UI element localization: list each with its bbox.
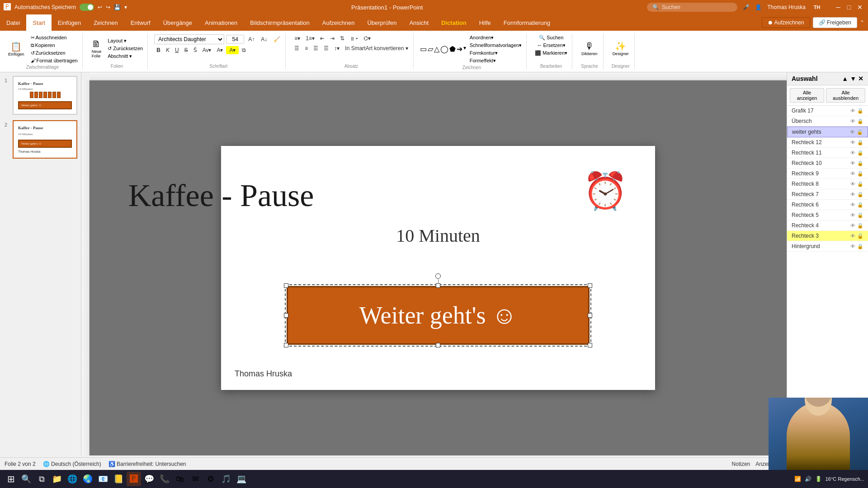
decrease-font-btn[interactable]: A↓ (259, 35, 269, 43)
layer-item-5[interactable]: Rechteck 10 👁 🔒 (787, 158, 868, 169)
shape-4[interactable]: ◯ (440, 45, 448, 53)
handle-bc[interactable] (436, 343, 440, 347)
visibility-icon-4[interactable]: 👁 (850, 150, 855, 156)
record-button[interactable]: ⏺ Aufzeichnen (762, 17, 810, 28)
paste-button[interactable]: 📋 Einfügen (5, 40, 27, 57)
char-spacing-btn[interactable]: Av▾ (200, 46, 214, 54)
store-icon[interactable]: 🛍 (173, 472, 187, 486)
rotate-handle[interactable] (435, 273, 441, 279)
lock-icon-2[interactable]: 🔒 (857, 129, 863, 135)
reset-button[interactable]: ↺ Zurücksetzen (29, 50, 80, 56)
numbering-btn[interactable]: 1≡▾ (303, 34, 317, 42)
tab-datei[interactable]: Datei (0, 14, 26, 31)
collapse-ribbon-icon[interactable]: ⌃ (860, 19, 864, 26)
show-all-button[interactable]: Alle anzeigen (790, 88, 824, 103)
notes-btn[interactable]: Notizen (732, 461, 750, 467)
tab-zeichnen[interactable]: Zeichnen (87, 14, 124, 31)
visibility-icon-7[interactable]: 👁 (850, 181, 855, 187)
music-icon[interactable]: 🎵 (219, 472, 233, 486)
decrease-indent-btn[interactable]: ⇤ (318, 34, 327, 42)
visibility-icon-3[interactable]: 👁 (850, 140, 855, 145)
tab-animationen[interactable]: Animationen (198, 14, 244, 31)
markieren-btn[interactable]: ⬛ Markieren▾ (533, 50, 569, 56)
wifi-icon[interactable]: 📶 (794, 476, 801, 482)
outlook-icon[interactable]: 📧 (96, 472, 110, 486)
underline-btn[interactable]: U (173, 46, 181, 54)
dictation-icon[interactable]: 🎤 (743, 4, 750, 10)
minimize-btn[interactable]: ─ (834, 3, 843, 12)
shapes-more-btn[interactable]: ▾ (463, 45, 466, 53)
smartart-btn[interactable]: In SmartArt konvertieren ▾ (343, 44, 410, 52)
shape-3[interactable]: △ (434, 45, 439, 53)
orange-box-container[interactable]: Weiter geht's ☺ (287, 286, 590, 345)
handle-tc[interactable] (436, 283, 440, 288)
autosave-toggle[interactable] (80, 4, 94, 11)
volume-icon[interactable]: 🔊 (805, 476, 811, 482)
suchen-btn[interactable]: 🔍 Suchen (537, 34, 565, 41)
search-taskbar-icon[interactable]: 🔍 (19, 472, 33, 486)
tab-formformatierung[interactable]: Formformatierung (497, 14, 557, 31)
powerpoint-taskbar-icon[interactable]: 🅿 (127, 472, 141, 486)
handle-tr[interactable] (588, 283, 592, 288)
lock-icon-0[interactable]: 🔒 (857, 108, 863, 114)
taskview-icon[interactable]: ⧉ (34, 472, 49, 486)
lock-icon-4[interactable]: 🔒 (857, 150, 863, 156)
handle-bl[interactable] (284, 343, 288, 347)
columns-btn[interactable]: ⫼▾ (348, 34, 360, 42)
maximize-btn[interactable]: □ (844, 3, 854, 12)
schnellformatvorlage-btn[interactable]: Schnellformatvorlagen▾ (468, 42, 524, 49)
visibility-icon-12[interactable]: 👁 (850, 233, 855, 239)
cut-button[interactable]: ✂ Ausschneiden (29, 34, 80, 41)
slide-thumbnail-2[interactable]: Kaffee - Pause 10 Minuten Weiter geht's … (13, 120, 77, 159)
font-color-btn[interactable]: A▾ (214, 46, 225, 54)
handle-ml[interactable] (284, 313, 288, 318)
share-button[interactable]: 🔗 Freigeben (813, 17, 857, 28)
layer-item-11[interactable]: Rechteck 4 👁 🔒 (787, 221, 868, 231)
sort-up-icon[interactable]: ▲ (842, 75, 848, 82)
layer-item-9[interactable]: Rechteck 6 👁 🔒 (787, 200, 868, 210)
teams-icon[interactable]: 💬 (142, 472, 156, 486)
sort-down-icon[interactable]: ▼ (850, 75, 856, 82)
strikethrough-btn[interactable]: S (182, 46, 190, 54)
share-icon[interactable]: 👤 (755, 4, 762, 10)
visibility-icon-5[interactable]: 👁 (850, 160, 855, 166)
tab-einfuegen[interactable]: Einfügen (52, 14, 87, 31)
slide-author[interactable]: Thomas Hruska (235, 369, 292, 379)
anordnen-btn[interactable]: Anordnen▾ (468, 34, 524, 41)
visibility-icon-1[interactable]: 👁 (850, 118, 855, 124)
visibility-icon-6[interactable]: 👁 (850, 171, 855, 177)
settings-icon[interactable]: ⚙ (203, 472, 218, 486)
tab-aufzeichnen[interactable]: Aufzeichnen (316, 14, 361, 31)
handle-tl[interactable] (284, 283, 288, 288)
zurücksetzen-button[interactable]: ↺ Zurücksetzen (106, 45, 145, 52)
lock-icon-12[interactable]: 🔒 (857, 233, 863, 239)
copy-button[interactable]: ⧉ Kopieren (29, 42, 80, 49)
highlight-btn[interactable]: A▾ (226, 46, 239, 54)
undo-icon[interactable]: ↩ (98, 4, 102, 10)
redo-icon[interactable]: ↪ (106, 4, 110, 10)
clear-format-btn[interactable]: 🧹 (271, 35, 283, 43)
layer-item-10[interactable]: Rechteck 5 👁 🔒 (787, 210, 868, 221)
tab-entwurf[interactable]: Entwurf (124, 14, 157, 31)
layer-item-1[interactable]: Übersch 👁 🔒 (787, 116, 868, 127)
text-direction-btn[interactable]: ⇅ (338, 34, 347, 42)
justify-btn[interactable]: ☰ (321, 44, 331, 52)
slide-canvas[interactable]: Kaffee - Pause 10 Minuten ⏰ (90, 80, 787, 455)
skype-icon[interactable]: 📞 (157, 472, 172, 486)
tab-dictation[interactable]: Dictation (435, 14, 473, 31)
lock-icon-3[interactable]: 🔒 (857, 140, 863, 145)
slide-thumbnail-1[interactable]: Kaffee - Pause 10 Minuten Weiter geht's … (13, 76, 77, 115)
visibility-icon-0[interactable]: 👁 (850, 108, 855, 114)
layer-item-3[interactable]: Rechteck 12 👁 🔒 (787, 137, 868, 148)
start-icon[interactable]: ⊞ (4, 472, 18, 486)
layer-item-7[interactable]: Rechteck 8 👁 🔒 (787, 179, 868, 189)
increase-indent-btn[interactable]: ⇥ (328, 34, 337, 42)
line-spacing-btn[interactable]: ↕▾ (332, 44, 342, 52)
layout-button[interactable]: Layout ▾ (106, 38, 145, 44)
formkontur-btn[interactable]: Formkontur▾ (468, 50, 524, 56)
handle-mr[interactable] (588, 313, 592, 318)
lock-icon-7[interactable]: 🔒 (857, 181, 863, 187)
font-family-select[interactable]: Architects Daughter (154, 34, 224, 44)
tab-praesentation[interactable]: Bildschirmpräsentation (244, 14, 316, 31)
lock-icon-5[interactable]: 🔒 (857, 160, 863, 166)
